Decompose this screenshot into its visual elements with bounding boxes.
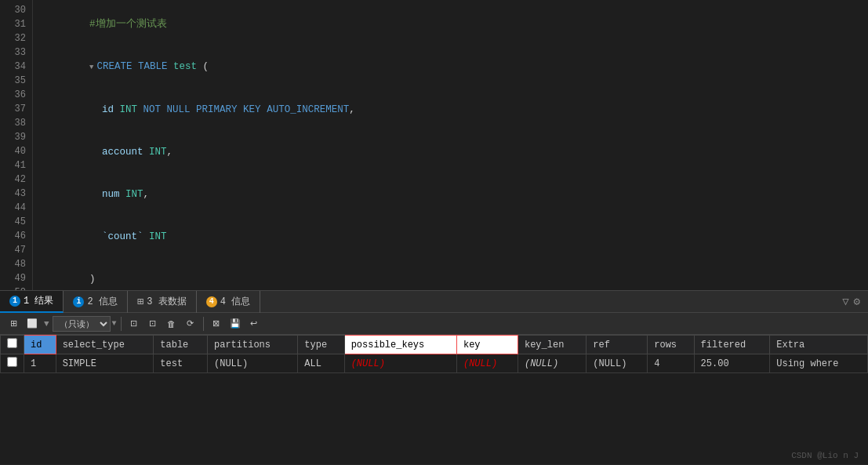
watermark: CSDN @Lio n J: [791, 451, 859, 460]
col-table: table: [154, 336, 208, 354]
cell-table: test: [154, 354, 208, 373]
cell-possible-keys: (NULL): [344, 354, 456, 373]
select-all-checkbox[interactable]: [7, 338, 17, 348]
toolbar: ⊞ ⬜ ▼ （只读） ▼ ⊡ ⊡ 🗑 ⟳ ⊠ 💾 ↩: [0, 313, 868, 335]
code-editor: 30 31 32 33 34 35 36 37 38 39 40 41 42 4…: [0, 0, 868, 290]
tab-icon-results: 1: [9, 296, 20, 307]
code-line-35: `count` INT: [42, 216, 868, 258]
result-table-container: id select_type table partitions type pos…: [0, 335, 868, 464]
tab-info1-label: 2 信息: [87, 295, 117, 308]
col-rows: rows: [648, 336, 694, 354]
col-id: id: [24, 336, 56, 354]
code-line-31: ▼CREATE TABLE test (: [42, 45, 868, 89]
cell-checkbox: [1, 354, 24, 373]
toolbar-btn-view[interactable]: ⊠: [208, 316, 225, 332]
tab-results-label: 1 结果: [24, 294, 53, 307]
toolbar-arrow[interactable]: ▼: [42, 319, 51, 329]
tab-info2-label: 4 信息: [220, 295, 250, 308]
tab-results[interactable]: 1 1 结果: [0, 291, 64, 313]
toolbar-btn-export[interactable]: ⬜: [24, 316, 41, 332]
col-extra: Extra: [770, 336, 868, 354]
table-header-row: id select_type table partitions type pos…: [1, 336, 868, 354]
code-line-34: num INT,: [42, 173, 868, 216]
col-checkbox: [1, 336, 24, 354]
toolbar-btn-discard[interactable]: ↩: [245, 316, 263, 332]
toolbar-separator-2: [203, 317, 204, 331]
col-possible-keys: possible_keys: [344, 336, 456, 354]
col-key-len: key_len: [518, 336, 586, 354]
code-line-32: id INT NOT NULL PRIMARY KEY AUTO_INCREME…: [42, 89, 868, 131]
col-key: key: [456, 336, 518, 354]
cell-key: (NULL): [456, 354, 518, 373]
tab-icon-info1: i: [73, 296, 84, 307]
tab-info1[interactable]: i 2 信息: [64, 291, 127, 313]
cell-extra: Using where: [770, 354, 868, 373]
cell-id: 1: [24, 354, 56, 373]
cell-type: ALL: [298, 354, 344, 373]
cell-rows: 4: [648, 354, 694, 373]
toolbar-btn-delete[interactable]: 🗑: [163, 316, 180, 332]
row-checkbox[interactable]: [7, 357, 17, 367]
toolbar-btn-refresh[interactable]: ⟳: [182, 316, 199, 332]
line-numbers: 30 31 32 33 34 35 36 37 38 39 40 41 42 4…: [0, 0, 33, 290]
table-row: 1 SIMPLE test (NULL) ALL (NULL) (NULL) (…: [1, 354, 868, 373]
col-type: type: [298, 336, 344, 354]
cell-ref: (NULL): [587, 354, 648, 373]
col-partitions: partitions: [207, 336, 297, 354]
toolbar-separator-1: [121, 317, 122, 331]
toolbar-btn-paste[interactable]: ⊡: [144, 316, 162, 332]
dropdown-arrow: ▼: [112, 319, 117, 328]
cell-partitions: (NULL): [207, 354, 297, 373]
col-filtered: filtered: [694, 336, 770, 354]
bottom-panel: 1 1 结果 i 2 信息 ⊞ 3 表数据 4 4 信息 ▽ ⚙: [0, 290, 868, 465]
code-line-33: account INT,: [42, 131, 868, 173]
toolbar-btn-save[interactable]: 💾: [227, 316, 244, 332]
tab-icon-info2: 4: [206, 296, 217, 307]
tab-info2[interactable]: 4 4 信息: [197, 291, 260, 313]
cell-select-type: SIMPLE: [56, 354, 154, 373]
tab-table[interactable]: ⊞ 3 表数据: [128, 291, 197, 313]
tab-icon-table: ⊞: [137, 295, 143, 308]
tab-table-label: 3 表数据: [147, 295, 186, 308]
toolbar-btn-copy[interactable]: ⊡: [125, 316, 143, 332]
result-table: id select_type table partitions type pos…: [0, 335, 868, 373]
code-content: #增加一个测试表 ▼CREATE TABLE test ( id INT NOT…: [33, 0, 868, 290]
cell-filtered: 25.00: [694, 354, 770, 373]
filter-icon[interactable]: ▽: [842, 295, 848, 308]
code-line-30: #增加一个测试表: [42, 3, 868, 45]
cell-key-len: (NULL): [518, 354, 586, 373]
readonly-select[interactable]: （只读）: [53, 316, 111, 332]
col-ref: ref: [587, 336, 648, 354]
code-line-36: ): [42, 258, 868, 290]
tabs-bar: 1 1 结果 i 2 信息 ⊞ 3 表数据 4 4 信息 ▽ ⚙: [0, 291, 868, 313]
toolbar-btn-grid[interactable]: ⊞: [5, 316, 22, 332]
col-select-type: select_type: [56, 336, 154, 354]
settings-icon[interactable]: ⚙: [854, 295, 860, 308]
